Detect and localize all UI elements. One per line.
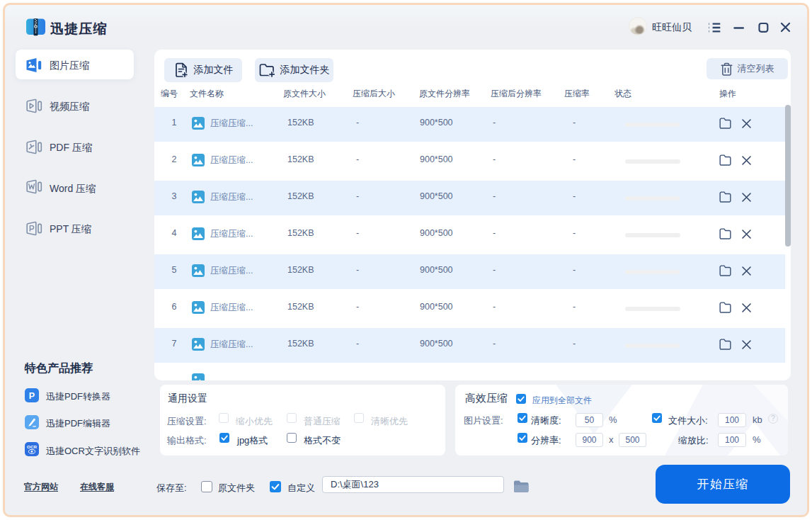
svg-text:OCR: OCR — [27, 444, 37, 449]
svg-text:P: P — [29, 391, 35, 401]
